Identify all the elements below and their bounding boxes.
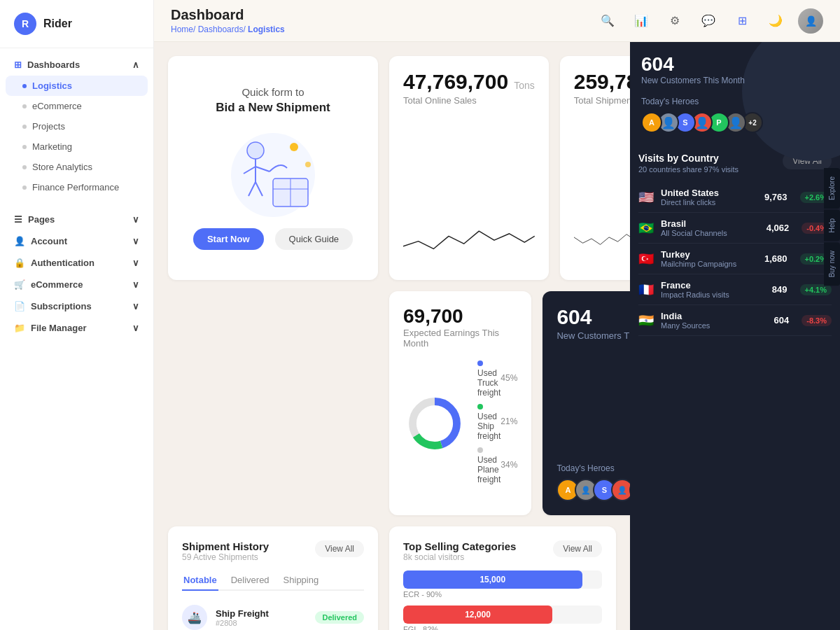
- sidebar-item-logistics[interactable]: Logistics: [6, 76, 148, 96]
- sidebar-item-projects[interactable]: Projects: [0, 116, 153, 136]
- quick-form-card: Quick form to Bid a New Shipment: [168, 56, 378, 280]
- sidebar-item-label: Finance Performance: [32, 182, 119, 192]
- right-avatars: A 👤 S 👤 P 👤 +2: [641, 112, 829, 133]
- settings-icon[interactable]: ⚙: [664, 10, 686, 32]
- earnings-number: 69,700: [403, 305, 517, 328]
- filemanager-label: File Manager: [31, 323, 86, 333]
- logo-text: Rider: [43, 18, 72, 30]
- country-turkey: 🇹🇷 Turkey Mailchimp Campaigns 1,680 +0.2…: [638, 244, 832, 274]
- topbar-title-section: Dashboard Home/ Dashboards/ Logistics: [171, 7, 285, 34]
- logo-icon: R: [14, 13, 36, 35]
- country-source-india: Many Sources: [661, 321, 767, 330]
- sidebar-account-group[interactable]: 👤 Account ∨: [0, 230, 153, 252]
- auth-icon: 🔒: [14, 258, 25, 268]
- country-name-turkey: Turkey: [661, 249, 757, 260]
- visits-title: Visits by Country: [638, 153, 738, 164]
- shipments-label: Total Shipments: [574, 95, 630, 106]
- earnings-label: Expected Earnings This Month: [403, 328, 517, 349]
- top-selling-view-all[interactable]: View All: [553, 540, 602, 557]
- online-sales-unit: Tons: [514, 80, 535, 91]
- middle-row: 69,700 Expected Earnings This Month: [168, 291, 616, 515]
- sidebar-dashboards-group[interactable]: ⊞ Dashboards ∧: [0, 54, 153, 76]
- sidebar-logo: R Rider: [0, 0, 153, 48]
- grid-icon[interactable]: ⊞: [731, 10, 753, 32]
- page-title: Dashboard: [171, 7, 285, 23]
- shipment-title: Shipment History: [182, 540, 269, 552]
- shipment-view-all[interactable]: View All: [315, 540, 364, 557]
- help-tab[interactable]: Help: [824, 210, 840, 241]
- main-area: Dashboard Home/ Dashboards/ Logistics 🔍 …: [154, 0, 840, 630]
- breadcrumb-home: Home/: [171, 24, 195, 34]
- legend-plane: Used Plane freight 34%: [477, 445, 517, 484]
- shipment-history-card: Shipment History 59 Active Shipments Vie…: [168, 526, 378, 630]
- ship-pct: 21%: [500, 416, 517, 426]
- right-customers-number: 604: [641, 53, 829, 76]
- tab-notable[interactable]: Notable: [182, 570, 218, 591]
- content-area: Quick form to Bid a New Shipment: [154, 42, 840, 630]
- country-source-france: Impact Radius visits: [661, 290, 765, 299]
- sidebar-ecommerce-group[interactable]: 🛒 eCommerce ∨: [0, 274, 153, 295]
- chart-icon[interactable]: 📊: [630, 10, 652, 32]
- donut-section: Used Truck freight 45% Used Ship freight…: [403, 358, 517, 489]
- filemanager-icon: 📁: [14, 323, 25, 333]
- subscriptions-label: Subscriptions: [31, 301, 92, 312]
- sidebar-pages-group[interactable]: ☰ Pages ∨: [0, 209, 153, 230]
- sidebar-item-label: Logistics: [32, 80, 72, 91]
- theme-icon[interactable]: 🌙: [764, 10, 787, 32]
- tab-delivered[interactable]: Delivered: [230, 570, 271, 591]
- truck-label: Used Truck freight: [477, 368, 500, 398]
- shipment-sub: 59 Active Shipments: [182, 552, 269, 562]
- sidebar-auth-group[interactable]: 🔒 Authentication ∨: [0, 252, 153, 274]
- shipments-sparkline: [574, 214, 630, 266]
- country-india: 🇮🇳 India Many Sources 604 -8.3%: [638, 305, 832, 336]
- chevron-down-icon: ∨: [132, 214, 139, 225]
- shipments-number: 259,786: [574, 70, 630, 94]
- sidebar-filemanager-group[interactable]: 📁 File Manager ∨: [0, 317, 153, 339]
- sidebar-item-store-analytics[interactable]: Store Analytics: [0, 157, 153, 177]
- sales-sparkline: [403, 214, 535, 266]
- flag-usa: 🇺🇸: [638, 190, 654, 205]
- top-selling-title: Top Selling Categories: [403, 540, 516, 552]
- legend-truck: Used Truck freight 45%: [477, 358, 517, 398]
- quick-guide-button[interactable]: Quick Guide: [275, 228, 354, 250]
- donut-chart: [403, 392, 466, 455]
- user-avatar[interactable]: 👤: [798, 8, 823, 34]
- sidebar-item-finance[interactable]: Finance Performance: [0, 177, 153, 197]
- sidebar-item-label: Store Analytics: [32, 162, 92, 172]
- buy-now-tab[interactable]: Buy now: [824, 242, 840, 286]
- country-france: 🇫🇷 France Impact Radius visits 849 +4.1%: [638, 274, 832, 305]
- visits-sub: 20 countries share 97% visits: [638, 165, 738, 174]
- explore-tab[interactable]: Explore: [824, 168, 840, 209]
- shipment-info-1: Ship Freight #2808: [216, 608, 307, 627]
- pages-label: Pages: [28, 214, 55, 225]
- topbar-actions: 🔍 📊 ⚙ 💬 ⊞ 🌙 👤: [596, 8, 823, 34]
- pages-icon: ☰: [14, 214, 22, 225]
- sidebar-item-marketing[interactable]: Marketing: [0, 136, 153, 157]
- visits-usa: 9,763: [764, 192, 788, 202]
- bars-container: 15,000 ECR - 90% 12,000 FGI - 82: [403, 570, 602, 630]
- start-now-button[interactable]: Start Now: [193, 228, 264, 250]
- online-sales-number: 47,769,700: [403, 70, 508, 94]
- sidebar-item-ecommerce[interactable]: eCommerce: [0, 96, 153, 116]
- dot: [22, 145, 27, 149]
- tab-shipping[interactable]: Shipping: [282, 570, 321, 591]
- chevron-down-icon: ∨: [132, 279, 139, 290]
- truck-pct: 45%: [500, 373, 517, 383]
- sidebar: R Rider ⊞ Dashboards ∧ Logistics eCommer…: [0, 0, 154, 630]
- online-sales-card: 47,769,700 Tons Total Online Sales: [389, 56, 549, 280]
- svg-point-3: [247, 142, 264, 159]
- visits-section: Visits by Country 20 countries share 97%…: [630, 144, 840, 344]
- breadcrumb: Home/ Dashboards/ Logistics: [171, 24, 285, 34]
- auth-label: Authentication: [31, 258, 94, 268]
- sidebar-subscriptions-group[interactable]: 📄 Subscriptions ∨: [0, 295, 153, 317]
- earnings-card: 69,700 Expected Earnings This Month: [389, 291, 531, 515]
- country-source-turkey: Mailchimp Campaigns: [661, 260, 757, 268]
- plane-label: Used Plane freight: [477, 455, 500, 484]
- shipment-illustration: [217, 126, 329, 217]
- sidebar-item-label: eCommerce: [32, 101, 82, 111]
- messages-icon[interactable]: 💬: [697, 10, 720, 32]
- ecommerce-icon: 🛒: [14, 279, 25, 290]
- bar-fgi: 12,000 FGI - 82%: [403, 606, 602, 630]
- sidebar-item-label: Marketing: [32, 141, 72, 152]
- search-icon[interactable]: 🔍: [596, 10, 619, 32]
